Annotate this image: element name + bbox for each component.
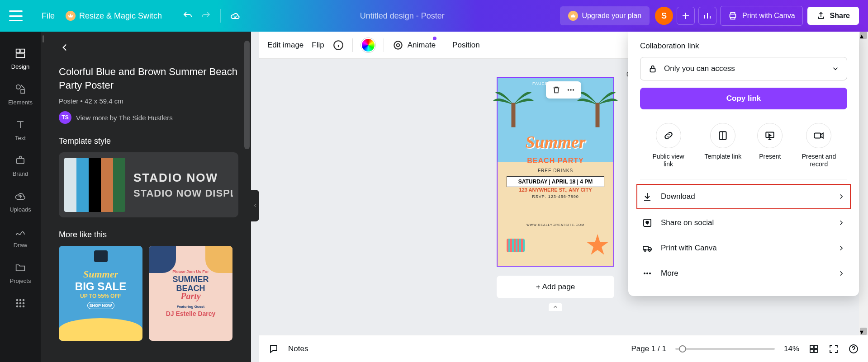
zoom-slider[interactable] [675, 348, 775, 350]
share-label: Share [830, 12, 850, 20]
top-bar: File Resize & Magic Switch Untitled desi… [0, 0, 868, 32]
svg-rect-6 [17, 158, 24, 164]
nav-label: Draw [14, 242, 27, 249]
template-thumbnail[interactable]: Summer BIG SALE UP TO 55% OFF SHOP NOW [59, 246, 142, 341]
svg-rect-45 [814, 345, 817, 348]
collapse-pages-button[interactable] [549, 303, 562, 311]
present-option[interactable]: Present [757, 123, 783, 168]
nav-apps[interactable] [0, 291, 41, 316]
zoom-slider-thumb[interactable] [679, 345, 686, 353]
main-scrollbar[interactable]: ▴ ▾ [859, 32, 868, 335]
template-icon [710, 123, 735, 148]
more-options-icon[interactable] [566, 85, 576, 95]
svg-rect-36 [815, 133, 821, 138]
grid-view-icon[interactable] [808, 343, 819, 354]
notes-icon[interactable] [268, 343, 279, 354]
template-link-option[interactable]: Template link [705, 123, 742, 168]
svg-point-16 [23, 306, 25, 308]
design-canvas[interactable]: FAUCET & FRIENDS Summer BEACH PARTY FREE… [497, 77, 614, 267]
delete-icon[interactable] [551, 85, 561, 95]
more-menu-item[interactable]: More [640, 261, 847, 286]
share-social-menu-item[interactable]: Share on social [640, 210, 847, 235]
chevron-right-icon [837, 269, 845, 277]
beach-chair-icon [507, 239, 525, 252]
svg-point-42 [646, 273, 648, 274]
author-link[interactable]: TS View more by The Side Hustlers [59, 111, 238, 124]
palm-tree-icon [577, 78, 618, 132]
palm-tree-icon [493, 78, 534, 132]
crown-icon [568, 11, 578, 21]
download-menu-item[interactable]: Download [636, 184, 851, 209]
print-canva-menu-item[interactable]: Print with Canva [640, 235, 847, 261]
svg-rect-28 [512, 103, 516, 127]
svg-point-31 [570, 89, 572, 91]
flip-button[interactable]: Flip [312, 41, 324, 50]
nav-label: Uploads [9, 206, 31, 213]
svg-rect-3 [16, 54, 25, 57]
cloud-sync-icon[interactable] [226, 7, 244, 25]
divider [352, 38, 353, 52]
truck-icon [642, 243, 653, 254]
animate-icon [392, 39, 404, 51]
add-member-button[interactable] [677, 7, 695, 25]
position-button[interactable]: Position [452, 41, 479, 50]
more-like-this-heading: More like this [59, 230, 238, 240]
design-title[interactable]: Untitled design - Poster [244, 11, 560, 21]
nav-design[interactable]: Design [0, 41, 41, 76]
redo-button[interactable] [197, 7, 215, 25]
menu-button[interactable] [9, 10, 23, 21]
crown-icon [66, 11, 76, 21]
panel-scrollbar[interactable] [243, 32, 251, 362]
nav-brand[interactable]: Brand [0, 148, 41, 183]
thumb-text: SHOP NOW [87, 302, 114, 309]
fullscreen-icon[interactable] [828, 343, 839, 354]
copy-link-button[interactable]: Copy link [640, 88, 847, 109]
svg-rect-33 [650, 68, 655, 72]
access-level-select[interactable]: Only you can access [640, 57, 847, 80]
nav-projects[interactable]: Projects [0, 255, 41, 291]
scroll-down-button[interactable]: ▾ [860, 328, 867, 335]
nav-uploads[interactable]: Uploads [0, 183, 41, 219]
collapse-panel-button[interactable] [251, 190, 259, 221]
help-icon[interactable] [848, 343, 859, 354]
present-record-option[interactable]: Present and record [798, 123, 839, 168]
chevron-right-icon [837, 244, 845, 252]
nav-label: Design [11, 63, 29, 70]
link-icon [656, 123, 681, 148]
color-picker[interactable] [361, 38, 375, 52]
file-menu[interactable]: File [36, 8, 60, 24]
zoom-level[interactable]: 14% [784, 344, 799, 353]
add-page-button[interactable]: + Add page [497, 276, 614, 298]
notes-button[interactable]: Notes [288, 344, 308, 353]
upgrade-button[interactable]: Upgrade your plan [560, 6, 650, 25]
svg-rect-46 [810, 349, 813, 353]
divider [444, 38, 444, 52]
user-avatar[interactable]: S [655, 7, 673, 25]
upgrade-label: Upgrade your plan [582, 12, 641, 20]
undo-button[interactable] [179, 7, 197, 25]
left-nav-rail: Design Elements Text Brand Uploads Draw … [0, 32, 41, 362]
scroll-up-button[interactable]: ▴ [860, 32, 867, 39]
menu-label: Download [661, 192, 695, 201]
animate-button[interactable]: Animate [392, 39, 436, 51]
nav-draw[interactable]: Draw [0, 219, 41, 255]
template-thumbnail[interactable]: Please Join Us For SUMMER BEACH Party Fe… [149, 246, 232, 341]
resize-magic-switch[interactable]: Resize & Magic Switch [60, 7, 167, 24]
edit-image-button[interactable]: Edit image [267, 41, 304, 50]
svg-rect-1 [16, 49, 20, 53]
page-indicator[interactable]: Page 1 / 1 [631, 344, 666, 353]
option-label: Public view link [648, 153, 689, 168]
info-icon[interactable] [332, 39, 344, 51]
nav-elements[interactable]: Elements [0, 76, 41, 112]
nav-text[interactable]: Text [0, 112, 41, 148]
back-button[interactable] [59, 42, 238, 55]
public-view-link-option[interactable]: Public view link [648, 123, 689, 168]
svg-point-32 [573, 89, 574, 91]
scrollbar-thumb[interactable] [244, 41, 250, 149]
print-with-canva-button[interactable]: Print with Canva [720, 6, 803, 26]
poster-date: SATURDAY | APRIL 18 | 4 PM [507, 176, 604, 187]
share-button[interactable]: Share [807, 7, 859, 25]
analytics-button[interactable] [698, 7, 716, 25]
template-style-card[interactable]: STADIO NOW STADIO NOW DISPLAY [59, 152, 238, 217]
font-sample-1: STADIO NOW [133, 171, 233, 185]
